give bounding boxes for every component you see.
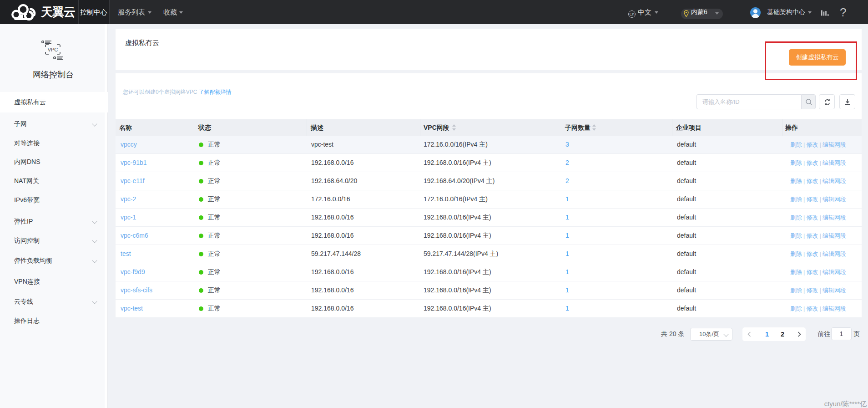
svg-text:VPC: VPC <box>48 47 58 52</box>
